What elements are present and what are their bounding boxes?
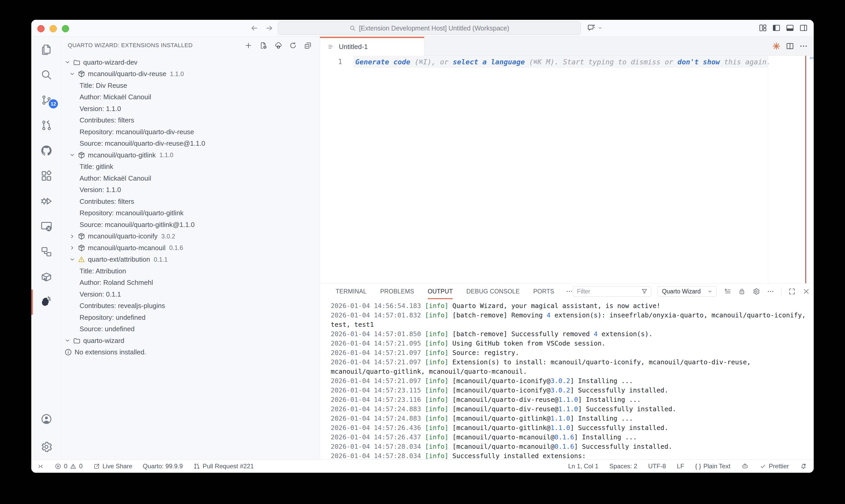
status-problems[interactable]: 00 xyxy=(54,463,83,470)
customize-layout-icon[interactable] xyxy=(758,23,767,32)
more-panel-tabs-icon[interactable] xyxy=(566,288,573,295)
forward-icon[interactable] xyxy=(265,24,274,33)
tree-item-detail-source-mcanouil-quarto-gitlink-1-1-0[interactable]: Source: mcanouil/quarto-gitlink@1.1.0 xyxy=(62,219,320,231)
tree-item-detail-version-1-1-0[interactable]: Version: 1.1.0 xyxy=(62,103,320,115)
output-settings-gear-icon[interactable] xyxy=(753,288,760,295)
output-channel-select[interactable]: Quarto Wizard xyxy=(657,286,717,296)
lock-scroll-icon[interactable] xyxy=(738,288,746,295)
status-language-mode[interactable]: { }Plain Text xyxy=(695,463,730,470)
activity-item-settings[interactable] xyxy=(31,434,61,460)
placeholder-link[interactable]: select a language xyxy=(453,58,525,66)
toggle-primary-sidebar-icon[interactable] xyxy=(772,23,781,32)
filter-funnel-icon[interactable] xyxy=(641,288,648,295)
tree-item-no-extensions-installed[interactable]: No extensions installed. xyxy=(62,347,320,358)
tree-item-detail-contributes-filters[interactable]: Contributes: filters xyxy=(62,115,320,126)
status-language-mode-label: Plain Text xyxy=(703,463,730,470)
status-remote-indicator[interactable] xyxy=(37,463,44,470)
minimize-window-button[interactable] xyxy=(50,25,57,32)
status-copilot[interactable] xyxy=(741,463,748,470)
status-cursor-position[interactable]: Ln 1, Col 1 xyxy=(568,463,598,470)
back-icon[interactable] xyxy=(250,24,259,33)
activity-item-accounts[interactable] xyxy=(31,406,61,432)
status-eol-label: LF xyxy=(677,463,684,470)
add-icon[interactable] xyxy=(244,41,253,50)
tree-item-mcanouil-quarto-iconify[interactable]: mcanouil/quarto-iconify3.0.2 xyxy=(62,231,320,242)
activity-item-references[interactable] xyxy=(31,239,61,264)
status-live-share[interactable]: Live Share xyxy=(93,463,133,470)
more-actions-icon[interactable] xyxy=(799,42,808,51)
tree-item-detail-source-mcanouil-quarto-div-reuse-1-1-0[interactable]: Source: mcanouil/quarto-div-reuse@1.1.0 xyxy=(62,138,320,149)
activity-item-explorer[interactable] xyxy=(31,37,61,62)
copilot-starburst-icon[interactable] xyxy=(772,42,781,51)
status-pull-request[interactable]: Pull Request #221 xyxy=(193,463,254,470)
status-encoding[interactable]: UTF-8 xyxy=(648,463,666,470)
activity-item-containers[interactable] xyxy=(31,264,61,289)
log-line: 2026-01-04 14:57:01.832 [info] [batch-re… xyxy=(331,311,806,329)
tab-untitled-1[interactable]: Untitled-1 xyxy=(320,37,424,55)
refresh-icon[interactable] xyxy=(289,41,297,50)
status-quarto-version[interactable]: Quarto: 99.9.9 xyxy=(143,463,183,470)
tree-item-detail-title-div-reuse[interactable]: Title: Div Reuse xyxy=(62,80,320,91)
tree-item-detail-version-1-1-0[interactable]: Version: 1.1.0 xyxy=(62,184,320,196)
tree-item-label: mcanouil/quarto-mcanouil xyxy=(88,244,166,252)
tree-item-detail-repository-undefined[interactable]: Repository: undefined xyxy=(62,312,320,323)
tree-item-version: 1.1.0 xyxy=(159,151,173,159)
status-formatter[interactable]: Prettier xyxy=(759,463,789,470)
command-center[interactable]: [Extension Development Host] Untitled (W… xyxy=(278,21,581,35)
activity-item-pull-requests[interactable] xyxy=(31,112,61,138)
filter-input[interactable] xyxy=(576,288,641,295)
close-panel-icon[interactable] xyxy=(803,288,810,295)
panel-tab-ports[interactable]: PORTS xyxy=(533,284,554,299)
status-eol[interactable]: LF xyxy=(677,463,684,470)
close-window-button[interactable] xyxy=(37,25,45,32)
minimap-slider[interactable] xyxy=(810,57,814,59)
tree-item-detail-contributes-filters[interactable]: Contributes: filters xyxy=(62,196,320,208)
placeholder-link[interactable]: don't show xyxy=(677,58,720,66)
sidebar-header: QUARTO WIZARD: EXTENSIONS INSTALLED xyxy=(62,37,320,54)
tree-item-detail-contributes-revealjs-plugins[interactable]: Contributes: revealjs-plugins xyxy=(62,300,320,312)
activity-item-search[interactable] xyxy=(31,62,61,87)
tree-item-detail-source-undefined[interactable]: Source: undefined xyxy=(62,323,320,335)
clear-output-icon[interactable] xyxy=(724,288,731,295)
panel-tab-problems[interactable]: PROBLEMS xyxy=(380,284,414,299)
tree-item-mcanouil-quarto-gitlink[interactable]: mcanouil/quarto-gitlink1.1.0 xyxy=(62,149,320,161)
tree-item-detail-repository-mcanouil-quarto-div-reuse[interactable]: Repository: mcanouil/quarto-div-reuse xyxy=(62,126,320,138)
cloud-download-icon[interactable] xyxy=(274,41,282,50)
activity-item-extensions[interactable] xyxy=(31,163,61,188)
editor[interactable]: 1 Generate code (⌘I), or select a langua… xyxy=(320,56,814,283)
placeholder-link[interactable]: Generate code xyxy=(355,58,410,66)
new-file-icon[interactable] xyxy=(259,41,267,50)
tree-item-quarto-wizard-dev[interactable]: quarto-wizard-dev xyxy=(62,57,320,68)
activity-item-run-and-debug[interactable] xyxy=(31,188,61,214)
copilot-chat-button[interactable] xyxy=(587,23,603,33)
toggle-secondary-sidebar-icon[interactable] xyxy=(799,23,808,32)
activity-item-remote-explorer[interactable] xyxy=(31,214,61,239)
tree-item-detail-title-gitlink[interactable]: Title: gitlink xyxy=(62,161,320,173)
tree-item-quarto-wizard[interactable]: quarto-wizard xyxy=(62,335,320,347)
tree-item-quarto-ext-attribution[interactable]: quarto-ext/attribution0.1.1 xyxy=(62,254,320,266)
activity-item-source-control[interactable]: 12 xyxy=(31,87,61,112)
activity-item-quarto-wizard[interactable] xyxy=(31,289,61,315)
panel-tab-output[interactable]: OUTPUT xyxy=(428,284,453,299)
tree-item-mcanouil-quarto-div-reuse[interactable]: mcanouil/quarto-div-reuse1.1.0 xyxy=(62,68,320,80)
tree-item-detail-author-micka-l-canouil[interactable]: Author: Mickaël Canouil xyxy=(62,173,320,184)
split-editor-icon[interactable] xyxy=(786,42,794,51)
toggle-panel-icon[interactable] xyxy=(786,23,794,32)
tree-item-detail-version-0-1-1[interactable]: Version: 0.1.1 xyxy=(62,288,320,300)
tree-item-mcanouil-quarto-mcanouil[interactable]: mcanouil/quarto-mcanouil0.1.6 xyxy=(62,242,320,254)
zoom-window-button[interactable] xyxy=(62,25,69,32)
tree-item-detail-repository-mcanouil-quarto-gitlink[interactable]: Repository: mcanouil/quarto-gitlink xyxy=(62,208,320,219)
collapse-all-icon[interactable] xyxy=(304,41,312,50)
maximize-panel-icon[interactable] xyxy=(788,288,796,295)
panel-tab-debug-console[interactable]: DEBUG CONSOLE xyxy=(466,284,520,299)
activity-item-github[interactable] xyxy=(31,138,61,163)
panel-tab-terminal[interactable]: TERMINAL xyxy=(335,284,367,299)
tree-item-detail-author-micka-l-canouil[interactable]: Author: Mickaël Canouil xyxy=(62,91,320,103)
status-notifications[interactable] xyxy=(800,463,807,470)
output-log[interactable]: 2026-01-04 14:56:54.183 [info] Quarto Wi… xyxy=(320,299,814,460)
editor-actions xyxy=(772,37,808,55)
status-indentation[interactable]: Spaces: 2 xyxy=(609,463,637,470)
more-panel-actions-icon[interactable] xyxy=(767,288,774,295)
tree-item-detail-author-roland-schmehl[interactable]: Author: Roland Schmehl xyxy=(62,277,320,289)
tree-item-detail-title-attribution[interactable]: Title: Attribution xyxy=(62,265,320,277)
